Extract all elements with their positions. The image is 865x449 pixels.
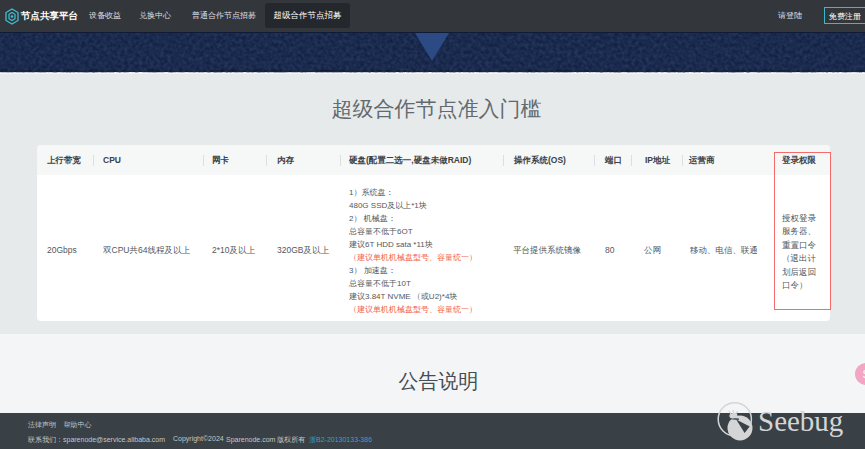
svg-text:Seebug: Seebug — [758, 405, 843, 437]
